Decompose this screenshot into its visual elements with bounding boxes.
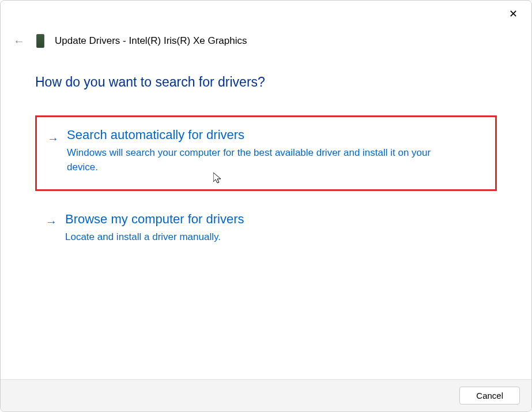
option-title-browse: Browse my computer for drivers [65,212,485,227]
option-desc-auto: Windows will search your computer for th… [67,146,436,174]
option-title-auto: Search automatically for drivers [67,128,484,143]
content-area: How do you want to search for drivers? →… [35,74,497,245]
back-arrow-icon: ← [13,35,25,48]
header-row: ← Update Drivers - Intel(R) Iris(R) Xe G… [13,34,247,48]
titlebar: ✕ [1,1,531,24]
cancel-button[interactable]: Cancel [459,387,520,404]
option-body: Browse my computer for drivers Locate an… [65,212,485,245]
arrow-right-icon: → [46,215,57,229]
close-icon[interactable]: ✕ [505,5,521,23]
dialog-title: Update Drivers - Intel(R) Iris(R) Xe Gra… [55,35,247,47]
device-icon [36,34,44,48]
option-body: Search automatically for drivers Windows… [67,128,484,174]
arrow-right-icon: → [47,132,59,145]
option-search-automatically[interactable]: → Search automatically for drivers Windo… [35,115,497,191]
option-desc-browse: Locate and install a driver manually. [65,230,434,245]
page-heading: How do you want to search for drivers? [35,74,497,90]
option-browse-computer[interactable]: → Browse my computer for drivers Locate … [35,212,497,245]
dialog-footer: Cancel [1,379,531,411]
